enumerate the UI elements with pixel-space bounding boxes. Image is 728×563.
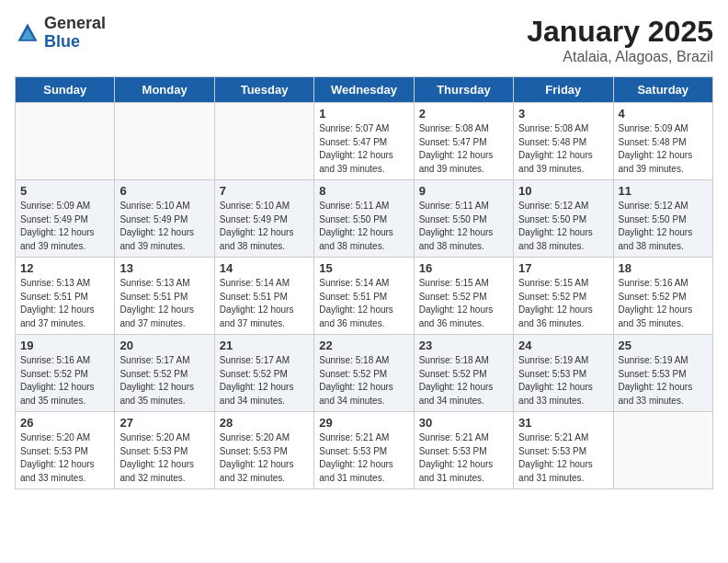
day-number: 4	[619, 107, 709, 121]
day-number: 28	[220, 416, 310, 430]
col-thursday: Thursday	[414, 77, 513, 103]
day-number: 9	[419, 184, 509, 198]
day-info: Sunrise: 5:10 AM Sunset: 5:49 PM Dayligh…	[220, 200, 310, 253]
table-row	[214, 103, 313, 180]
day-info: Sunrise: 5:11 AM Sunset: 5:50 PM Dayligh…	[419, 200, 509, 253]
logo-general-text: General	[44, 15, 106, 33]
day-number: 11	[619, 184, 709, 198]
day-info: Sunrise: 5:10 AM Sunset: 5:49 PM Dayligh…	[119, 200, 210, 253]
table-row: 11Sunrise: 5:12 AM Sunset: 5:50 PM Dayli…	[613, 180, 712, 258]
day-info: Sunrise: 5:07 AM Sunset: 5:47 PM Dayligh…	[319, 122, 409, 176]
day-number: 13	[119, 261, 210, 275]
day-number: 3	[518, 107, 609, 121]
day-info: Sunrise: 5:13 AM Sunset: 5:51 PM Dayligh…	[119, 277, 210, 330]
day-number: 7	[220, 184, 310, 198]
day-number: 19	[20, 339, 110, 352]
day-number: 21	[220, 339, 310, 352]
logo-icon	[15, 20, 40, 46]
col-saturday: Saturday	[613, 77, 712, 103]
day-info: Sunrise: 5:20 AM Sunset: 5:53 PM Dayligh…	[20, 431, 110, 485]
calendar-week-row: 19Sunrise: 5:16 AM Sunset: 5:52 PM Dayli…	[16, 335, 713, 412]
day-number: 17	[518, 261, 609, 275]
col-monday: Monday	[115, 77, 214, 103]
table-row: 20Sunrise: 5:17 AM Sunset: 5:52 PM Dayli…	[115, 335, 214, 412]
title-block: January 2025 Atalaia, Alagoas, Brazil	[527, 15, 713, 65]
day-number: 27	[119, 416, 210, 430]
table-row: 19Sunrise: 5:16 AM Sunset: 5:52 PM Dayli…	[16, 335, 115, 412]
col-friday: Friday	[514, 77, 613, 103]
day-info: Sunrise: 5:17 AM Sunset: 5:52 PM Dayligh…	[119, 354, 210, 408]
day-info: Sunrise: 5:21 AM Sunset: 5:53 PM Dayligh…	[518, 431, 609, 485]
calendar-table: Sunday Monday Tuesday Wednesday Thursday…	[15, 76, 713, 489]
table-row: 15Sunrise: 5:14 AM Sunset: 5:51 PM Dayli…	[314, 258, 414, 335]
table-row: 3Sunrise: 5:08 AM Sunset: 5:48 PM Daylig…	[514, 103, 613, 180]
day-number: 22	[319, 339, 409, 352]
day-number: 1	[319, 107, 409, 121]
table-row: 31Sunrise: 5:21 AM Sunset: 5:53 PM Dayli…	[514, 412, 613, 489]
col-tuesday: Tuesday	[214, 77, 313, 103]
table-row: 1Sunrise: 5:07 AM Sunset: 5:47 PM Daylig…	[314, 103, 414, 180]
table-row: 26Sunrise: 5:20 AM Sunset: 5:53 PM Dayli…	[16, 412, 115, 489]
day-number: 24	[518, 339, 609, 352]
day-number: 30	[419, 416, 509, 430]
calendar-week-row: 12Sunrise: 5:13 AM Sunset: 5:51 PM Dayli…	[16, 258, 713, 335]
day-info: Sunrise: 5:08 AM Sunset: 5:47 PM Dayligh…	[419, 122, 509, 176]
day-info: Sunrise: 5:20 AM Sunset: 5:53 PM Dayligh…	[119, 431, 210, 485]
logo: General Blue	[15, 15, 106, 52]
table-row: 10Sunrise: 5:12 AM Sunset: 5:50 PM Dayli…	[514, 180, 613, 258]
day-number: 12	[20, 261, 110, 275]
table-row: 29Sunrise: 5:21 AM Sunset: 5:53 PM Dayli…	[314, 412, 414, 489]
table-row: 9Sunrise: 5:11 AM Sunset: 5:50 PM Daylig…	[414, 180, 513, 258]
day-number: 2	[419, 107, 509, 121]
table-row: 22Sunrise: 5:18 AM Sunset: 5:52 PM Dayli…	[314, 335, 414, 412]
day-info: Sunrise: 5:17 AM Sunset: 5:52 PM Dayligh…	[220, 354, 310, 408]
table-row: 23Sunrise: 5:18 AM Sunset: 5:52 PM Dayli…	[414, 335, 513, 412]
table-row: 17Sunrise: 5:15 AM Sunset: 5:52 PM Dayli…	[514, 258, 613, 335]
day-info: Sunrise: 5:11 AM Sunset: 5:50 PM Dayligh…	[319, 200, 409, 253]
calendar-week-row: 26Sunrise: 5:20 AM Sunset: 5:53 PM Dayli…	[16, 412, 713, 489]
table-row: 24Sunrise: 5:19 AM Sunset: 5:53 PM Dayli…	[514, 335, 613, 412]
table-row: 30Sunrise: 5:21 AM Sunset: 5:53 PM Dayli…	[414, 412, 513, 489]
day-info: Sunrise: 5:18 AM Sunset: 5:52 PM Dayligh…	[419, 354, 509, 408]
day-info: Sunrise: 5:09 AM Sunset: 5:48 PM Dayligh…	[619, 122, 709, 176]
day-number: 16	[419, 261, 509, 275]
day-number: 18	[619, 261, 709, 275]
table-row: 27Sunrise: 5:20 AM Sunset: 5:53 PM Dayli…	[115, 412, 214, 489]
day-info: Sunrise: 5:16 AM Sunset: 5:52 PM Dayligh…	[619, 277, 709, 330]
day-info: Sunrise: 5:08 AM Sunset: 5:48 PM Dayligh…	[518, 122, 609, 176]
col-sunday: Sunday	[16, 77, 115, 103]
day-info: Sunrise: 5:12 AM Sunset: 5:50 PM Dayligh…	[518, 200, 609, 253]
days-header-row: Sunday Monday Tuesday Wednesday Thursday…	[16, 77, 713, 103]
day-info: Sunrise: 5:14 AM Sunset: 5:51 PM Dayligh…	[220, 277, 310, 330]
calendar-title: January 2025	[527, 15, 713, 49]
table-row	[16, 103, 115, 180]
day-number: 14	[220, 261, 310, 275]
day-number: 5	[20, 184, 110, 198]
table-row: 8Sunrise: 5:11 AM Sunset: 5:50 PM Daylig…	[314, 180, 414, 258]
table-row: 5Sunrise: 5:09 AM Sunset: 5:49 PM Daylig…	[16, 180, 115, 258]
table-row: 13Sunrise: 5:13 AM Sunset: 5:51 PM Dayli…	[115, 258, 214, 335]
day-info: Sunrise: 5:19 AM Sunset: 5:53 PM Dayligh…	[518, 354, 609, 408]
day-info: Sunrise: 5:20 AM Sunset: 5:53 PM Dayligh…	[220, 431, 310, 485]
day-number: 26	[20, 416, 110, 430]
day-info: Sunrise: 5:14 AM Sunset: 5:51 PM Dayligh…	[319, 277, 409, 330]
day-number: 6	[119, 184, 210, 198]
page-header: General Blue January 2025 Atalaia, Alago…	[15, 15, 713, 65]
table-row	[613, 412, 712, 489]
calendar-week-row: 5Sunrise: 5:09 AM Sunset: 5:49 PM Daylig…	[16, 180, 713, 258]
calendar-week-row: 1Sunrise: 5:07 AM Sunset: 5:47 PM Daylig…	[16, 103, 713, 180]
table-row: 2Sunrise: 5:08 AM Sunset: 5:47 PM Daylig…	[414, 103, 513, 180]
logo-blue-text: Blue	[44, 33, 106, 52]
day-number: 25	[619, 339, 709, 352]
day-number: 8	[319, 184, 409, 198]
table-row: 14Sunrise: 5:14 AM Sunset: 5:51 PM Dayli…	[214, 258, 313, 335]
day-number: 31	[518, 416, 609, 430]
day-info: Sunrise: 5:09 AM Sunset: 5:49 PM Dayligh…	[20, 200, 110, 253]
table-row: 16Sunrise: 5:15 AM Sunset: 5:52 PM Dayli…	[414, 258, 513, 335]
day-number: 29	[319, 416, 409, 430]
day-info: Sunrise: 5:21 AM Sunset: 5:53 PM Dayligh…	[419, 431, 509, 485]
day-info: Sunrise: 5:13 AM Sunset: 5:51 PM Dayligh…	[20, 277, 110, 330]
day-number: 15	[319, 261, 409, 275]
table-row: 7Sunrise: 5:10 AM Sunset: 5:49 PM Daylig…	[214, 180, 313, 258]
day-number: 23	[419, 339, 509, 352]
